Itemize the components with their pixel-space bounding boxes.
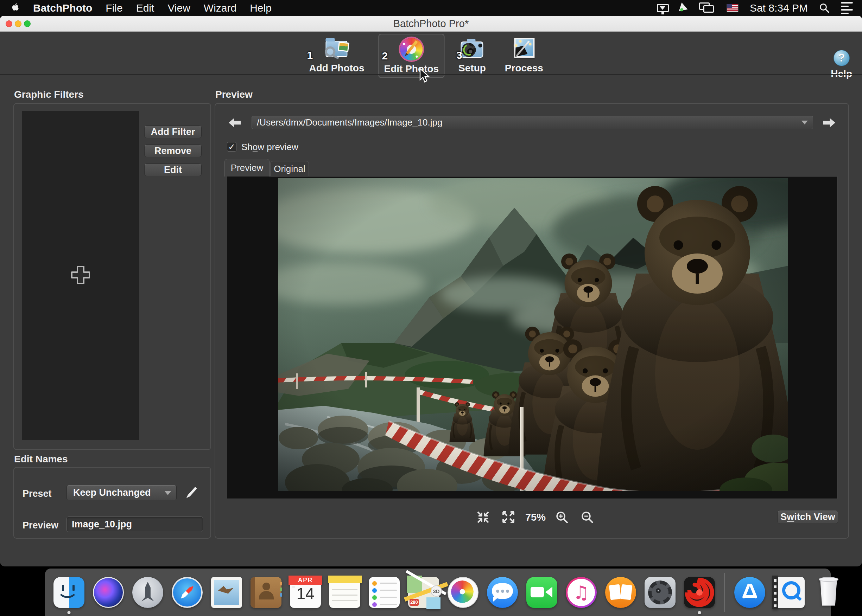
running-indicator: [68, 611, 71, 614]
preview-name-field[interactable]: Image_10.jpg: [66, 517, 203, 532]
apple-logo-icon: [11, 3, 20, 13]
menu-edit[interactable]: Edit: [136, 2, 154, 14]
expand-view-icon[interactable]: [502, 511, 515, 524]
collapse-view-icon[interactable]: [476, 511, 490, 524]
menu-file[interactable]: File: [106, 2, 123, 14]
preview-section-title: Preview: [215, 89, 253, 100]
dock-trash-icon[interactable]: [812, 575, 845, 609]
preset-label: Preset: [22, 489, 52, 499]
display-mirroring-icon[interactable]: [657, 4, 669, 12]
us-flag-icon[interactable]: [726, 4, 739, 12]
dock-calendar-icon[interactable]: APR14: [288, 575, 322, 609]
notification-center-icon[interactable]: [841, 2, 853, 14]
batchphoto-window: BatchPhoto Pro* 1 Add Photos 2 Edit Phot…: [0, 16, 862, 566]
toolbar-item-label: Process: [505, 63, 543, 74]
add-photos-icon: [324, 36, 349, 61]
dock-books-icon[interactable]: [604, 575, 638, 609]
toolbar-help-button[interactable]: ? Help: [831, 50, 852, 79]
show-preview-checkbox[interactable]: ✓: [227, 142, 236, 152]
window-title: BatchPhoto Pro*: [0, 16, 862, 31]
menu-view[interactable]: View: [167, 2, 190, 14]
dock-itunes-icon[interactable]: ♫: [564, 575, 598, 609]
menu-wizard[interactable]: Wizard: [204, 2, 236, 14]
dock-reminders-icon[interactable]: [367, 575, 401, 609]
dock-quicktime-icon[interactable]: [772, 575, 806, 609]
wizard-toolbar: 1 Add Photos 2 Edit Photos 3 Setup: [0, 31, 862, 75]
step-number: 1: [307, 49, 313, 61]
tab-original[interactable]: Original: [270, 161, 309, 176]
toolbar-item-label: Edit Photos: [384, 63, 439, 75]
preset-dropdown[interactable]: Keep Unchanged: [66, 485, 176, 500]
graphic-filters-title: Graphic Filters: [14, 89, 84, 100]
title-bar[interactable]: BatchPhoto Pro*: [0, 16, 862, 31]
add-filter-plus-icon: [70, 264, 91, 287]
process-icon: [511, 36, 537, 61]
toolbar-item-edit-photos[interactable]: 2 Edit Photos: [378, 34, 445, 78]
menu-help[interactable]: Help: [250, 2, 272, 14]
dock-launchpad-icon[interactable]: [131, 575, 165, 609]
dock-app-store-icon[interactable]: [733, 575, 767, 609]
switch-view-button[interactable]: Switch View: [778, 510, 838, 524]
step-number: 2: [382, 50, 388, 62]
checkbox-check: ✓: [228, 142, 235, 152]
dock-messages-icon[interactable]: [485, 575, 519, 609]
add-filter-button[interactable]: Add Filter: [144, 126, 202, 138]
filter-list[interactable]: [22, 111, 139, 440]
dock-separator: [724, 573, 725, 612]
setup-icon: [460, 36, 485, 61]
help-icon: ?: [834, 50, 850, 66]
running-indicator: [698, 611, 701, 614]
dock: APR14 280 3D ♫: [45, 569, 831, 616]
help-label: Help: [831, 68, 852, 79]
dock-safari-icon[interactable]: [170, 575, 204, 609]
preset-value: Keep Unchanged: [73, 487, 151, 498]
dock-siri-icon[interactable]: [91, 575, 125, 609]
displays-icon[interactable]: [699, 2, 715, 14]
dock-system-preferences-icon[interactable]: [643, 575, 677, 609]
preview-name-value: Image_10.jpg: [72, 519, 132, 530]
toolbar-item-label: Setup: [459, 63, 486, 74]
image-path-value: /Users/dmx/Documents/Images/Image_10.jpg: [257, 117, 442, 128]
edit-preset-pencil-icon[interactable]: [184, 486, 200, 501]
app-menu-title[interactable]: BatchPhoto: [33, 2, 92, 14]
dock-maps-icon[interactable]: 280 3D: [407, 575, 441, 609]
remove-filter-button[interactable]: Remove: [144, 145, 202, 157]
toolbar-item-label: Add Photos: [309, 63, 364, 74]
chevron-down-icon: [164, 491, 171, 495]
zoom-out-icon[interactable]: [580, 511, 594, 524]
image-path-dropdown[interactable]: /Users/dmx/Documents/Images/Image_10.jpg: [252, 116, 813, 129]
edit-photos-icon: [399, 36, 424, 62]
dock-batchphoto-icon[interactable]: [682, 575, 716, 609]
preview-name-label: Preview: [22, 520, 58, 531]
dock-facetime-icon[interactable]: [525, 575, 559, 609]
tab-preview[interactable]: Preview: [224, 159, 269, 176]
dock-finder-icon[interactable]: [52, 575, 86, 609]
show-preview-label: Show preview: [241, 142, 298, 152]
dock-mail-icon[interactable]: [210, 575, 243, 609]
search-icon[interactable]: [819, 3, 830, 13]
toolbar-item-process[interactable]: Process: [500, 34, 548, 77]
pointer-device-icon[interactable]: [680, 3, 688, 13]
dock-contacts-icon[interactable]: [249, 575, 283, 609]
menu-bar: BatchPhoto File Edit View Wizard Help Sa…: [0, 0, 862, 16]
preview-photo-bears: [278, 178, 788, 491]
toolbar-item-add-photos[interactable]: 1 Add Photos: [304, 34, 369, 77]
zoom-in-icon[interactable]: [555, 511, 569, 524]
apple-menu[interactable]: [11, 3, 20, 13]
step-number: 3: [456, 49, 462, 61]
toolbar-item-setup[interactable]: 3 Setup: [454, 34, 491, 77]
dock-photos-icon[interactable]: [446, 575, 480, 609]
preview-image-frame: [227, 176, 837, 499]
chevron-down-icon: [802, 121, 808, 124]
zoom-level: 75%: [518, 512, 553, 523]
dock-notes-icon[interactable]: [328, 575, 362, 609]
edit-names-title: Edit Names: [14, 454, 68, 465]
edit-filter-button[interactable]: Edit: [144, 163, 202, 176]
menu-bar-clock[interactable]: Sat 8:34 PM: [750, 2, 808, 14]
